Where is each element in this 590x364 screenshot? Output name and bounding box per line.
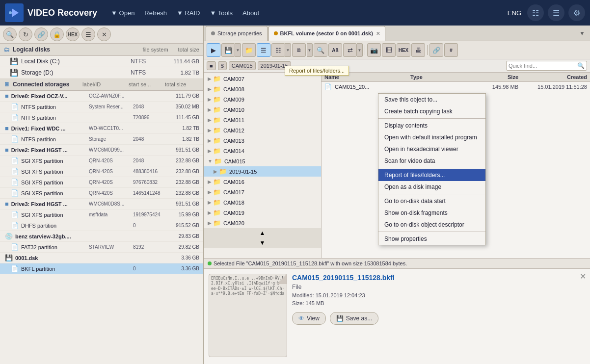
tree-cam016[interactable]: ▶ 📁 CAM016: [204, 177, 321, 187]
ntfs1-start: 2048: [133, 104, 167, 109]
ctx-open-disk[interactable]: Open as a disk image: [378, 181, 485, 193]
refresh-btn[interactable]: ↻: [19, 27, 32, 41]
language-selector[interactable]: ENG: [508, 9, 521, 17]
toolbar-cam-btn[interactable]: 📷: [367, 43, 381, 57]
info-btn[interactable]: ☰: [548, 4, 564, 21]
toolbar-grid-btn[interactable]: ☷: [271, 43, 285, 57]
dsk-item[interactable]: 💾 0001.dsk 3.36 GB: [0, 253, 203, 263]
close-btn[interactable]: ✕: [97, 27, 111, 41]
toolbar-list-btn[interactable]: ☰: [257, 43, 270, 57]
xfs4-icon: 📄: [11, 189, 19, 197]
tree-cam008[interactable]: ▶ 📁 CAM008: [204, 84, 321, 94]
tab-overflow-btn[interactable]: ▼: [576, 30, 588, 37]
ntfs-part-3[interactable]: 📄 NTFS partition Storage 2048 1.82 TB: [0, 134, 203, 145]
xfs-msft[interactable]: 📄 SGI XFS partition msftdata 1919975424 …: [0, 209, 203, 220]
tree-cam017[interactable]: ▶ 📁 CAM017: [204, 187, 321, 197]
ctx-show-frags[interactable]: Show on-disk fragments: [378, 207, 485, 219]
preview-save-btn[interactable]: 💾 Save as...: [330, 312, 378, 325]
tree-cam019[interactable]: ▶ 📁 CAM019: [204, 208, 321, 218]
tree-cam018[interactable]: ▶ 📁 CAM018: [204, 197, 321, 208]
ctx-batch[interactable]: Create batch copying task: [378, 105, 485, 117]
drive3-item[interactable]: ■ Drive3: Fixed HGST ... WMC6M0D8S... 93…: [0, 199, 203, 209]
toolbar-text-arrow[interactable]: ▼: [307, 43, 313, 57]
tree-2019-01-15[interactable]: ▶ 📁 2019-01-15: [204, 166, 321, 177]
ctx-save[interactable]: Save this object to...: [378, 94, 485, 105]
toolbar-link-btn[interactable]: 🔗: [429, 43, 443, 57]
toolbar-text-btn[interactable]: 🗎: [292, 43, 306, 57]
ctx-report[interactable]: Report of files/folders...: [378, 169, 485, 181]
xfs-part-3[interactable]: 📄 SGI XFS partition QRN-420S 976760832 2…: [0, 177, 203, 188]
toolbar-find-btn[interactable]: 🔍: [314, 43, 327, 57]
ntfs-part-2[interactable]: 📄 NTFS partition 720896 111.45 GB: [0, 112, 203, 123]
tree-cam020[interactable]: ▶ 📁 CAM020: [204, 218, 321, 228]
toolbar-save-btn[interactable]: 💾: [221, 43, 235, 57]
view-toggle-btn[interactable]: ☷: [527, 4, 544, 21]
expand-cam015: ▼: [208, 158, 213, 164]
toolbar-hash-btn[interactable]: #: [444, 43, 458, 57]
search-icon[interactable]: 🔍: [577, 62, 585, 69]
crumb-dollar[interactable]: $: [218, 61, 227, 70]
benz-item[interactable]: 💿 benz starview-32gb.... 29.83 GB: [0, 231, 203, 242]
tree-scroll-down[interactable]: ▼: [204, 238, 321, 248]
search-btn[interactable]: 🔍: [3, 27, 17, 41]
menu-about[interactable]: About: [239, 7, 263, 19]
bkfl-part[interactable]: 📄 BKFL partition 0 3.36 GB: [0, 263, 203, 274]
menu-open[interactable]: ▼ Open: [107, 7, 138, 19]
toolbar-video-btn[interactable]: ▶: [207, 43, 220, 57]
tree-cam014[interactable]: ▶ 📁 CAM014: [204, 146, 321, 156]
lock-btn[interactable]: 🔒: [50, 27, 64, 41]
toolbar-save-arrow[interactable]: ▼: [235, 43, 241, 57]
fat32-part[interactable]: 📄 FAT32 partition STARVIEW 8192 29.82 GB: [0, 242, 203, 253]
ctx-open-default[interactable]: Open with default installed program: [378, 131, 485, 143]
preview-close-btn[interactable]: ✕: [580, 272, 586, 281]
connect-btn[interactable]: 🔗: [34, 27, 48, 41]
ctx-scan-video[interactable]: Scan for video data: [378, 155, 485, 167]
ctx-open-hex[interactable]: Open in hexadecimal viewer: [378, 143, 485, 155]
dhfs-part[interactable]: 📄 DHFS partition 0 915.52 GB: [0, 220, 203, 231]
xfs-part-1[interactable]: 📄 SGI XFS partition QRN-420S 2048 232.88…: [0, 156, 203, 166]
tree-cam013[interactable]: ▶ 📁 CAM013: [204, 135, 321, 146]
list-btn[interactable]: ☰: [81, 27, 95, 41]
ntfs-part-1[interactable]: 📄 NTFS partition System Reser... 2048 35…: [0, 102, 203, 112]
ctx-display[interactable]: Display contents: [378, 120, 485, 131]
tab-close-bkfl[interactable]: ✕: [376, 31, 380, 36]
crumb-root[interactable]: ■: [207, 61, 216, 70]
tree-cam015[interactable]: ▼ 📁 CAM015: [204, 156, 321, 166]
tree-cam009[interactable]: ▶ 📁 CAM009: [204, 94, 321, 104]
tree-scroll-up[interactable]: ▲: [204, 228, 321, 238]
tab-bkfl-volume[interactable]: BKFL volume (sector 0 on 0001.dsk) ✕: [268, 26, 385, 41]
settings-btn[interactable]: ⚙: [568, 4, 585, 21]
ctx-properties[interactable]: Show properties: [378, 233, 485, 245]
toolbar-abc-btn[interactable]: Aß: [328, 43, 342, 57]
file-item-0[interactable]: 📄 CAM015_20... 145.98 MB 15.01.2019 11:5…: [322, 82, 590, 92]
toolbar-folder-btn[interactable]: 📁: [242, 43, 256, 57]
xfs-part-4[interactable]: 📄 SGI XFS partition QRN-420S 1465141248 …: [0, 188, 203, 199]
toolbar-sort-arrow[interactable]: ▼: [357, 43, 363, 57]
drive1-item[interactable]: ■ Drive1: Fixed WDC ... WD-WCC1T0... 1.8…: [0, 123, 203, 134]
drive2-item[interactable]: ■ Drive2: Fixed HGST ... WMC6M0D99... 93…: [0, 145, 203, 156]
tree-cam011[interactable]: ▶ 📁 CAM011: [204, 115, 321, 125]
preview-view-btn[interactable]: 👁 View: [292, 312, 326, 325]
hex-btn[interactable]: HEX: [66, 27, 80, 41]
xfs-part-2[interactable]: 📄 SGI XFS partition QRN-420S 488380416 2…: [0, 166, 203, 177]
toolbar-film-btn[interactable]: 🎞: [382, 43, 396, 57]
menu-tools[interactable]: ▼ Tools: [206, 7, 237, 19]
disk-local-c[interactable]: 💾 Local Disk (C:) NTFS 111.44 GB: [0, 56, 203, 67]
tree-cam012[interactable]: ▶ 📁 CAM012: [204, 125, 321, 135]
ctx-goto-start[interactable]: Go to on-disk data start: [378, 195, 485, 207]
toolbar-print-btn[interactable]: 🖶: [411, 43, 425, 57]
tree-cam010[interactable]: ▶ 📁 CAM010: [204, 104, 321, 115]
toolbar-sort-btn[interactable]: ⇄: [343, 43, 357, 57]
menu-refresh[interactable]: Refresh: [140, 7, 171, 19]
disk-storage-d[interactable]: 💾 Storage (D:) NTFS 1.82 TB: [0, 67, 203, 78]
bkfl-size: 3.36 GB: [167, 266, 199, 271]
folder-cam009-icon: 📁: [213, 96, 221, 103]
crumb-cam015[interactable]: CAM015: [229, 61, 256, 70]
search-input[interactable]: [509, 63, 577, 69]
menu-raid[interactable]: ▼ RAID: [173, 7, 204, 19]
toolbar-grid-arrow[interactable]: ▼: [285, 43, 291, 57]
toolbar-hex-btn[interactable]: HEX: [397, 43, 410, 57]
tab-storage-props[interactable]: Storage properties: [206, 26, 268, 41]
ctx-goto-desc[interactable]: Go to on-disk object descriptor: [378, 219, 485, 231]
drive0-item[interactable]: ■ Drive0: Fixed OCZ-V... OCZ-AWNZ0F... 1…: [0, 91, 203, 102]
